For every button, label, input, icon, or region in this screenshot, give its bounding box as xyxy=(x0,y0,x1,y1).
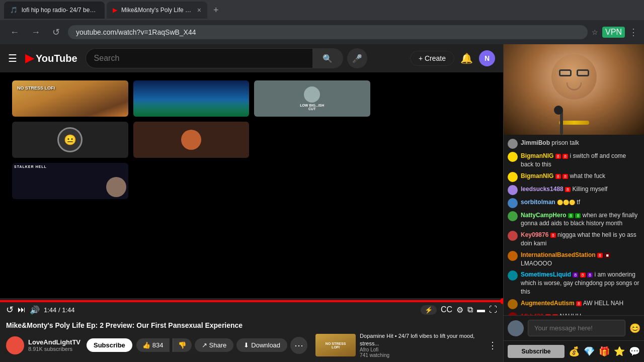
time-display: 1:44 / 1:44 xyxy=(44,306,74,314)
user-avatar-small xyxy=(508,320,524,336)
tab-lofi[interactable]: 🎵 lofi hip hop radio- 24/7 beats t... xyxy=(4,2,105,19)
menu-button[interactable]: ⋮ xyxy=(629,27,638,38)
chat-username: BigmanNIG xyxy=(521,152,553,159)
search-input[interactable] xyxy=(86,48,312,68)
thumbnail-lofi-rain[interactable] xyxy=(133,80,250,117)
chat-username: AugmentedAutism xyxy=(521,300,575,307)
chat-message: BigmanNIG 8 8 i switch off and come back… xyxy=(508,152,640,169)
fullscreen-button[interactable]: ⛶ xyxy=(489,305,497,314)
badge: 8 xyxy=(580,273,586,278)
create-button[interactable]: + Create xyxy=(410,51,454,66)
close-icon[interactable]: × xyxy=(197,6,201,14)
chat-text: prison talk xyxy=(551,139,579,146)
share-icon: ↗ xyxy=(202,341,207,349)
chat-message: leedsucks1488 8 Killing myself xyxy=(508,185,640,195)
youtube-logo-icon: ▶ xyxy=(25,52,34,65)
chat-text: LMAOOOO xyxy=(521,260,552,267)
settings-button[interactable]: ⚙ xyxy=(456,305,463,315)
chat-username: BigmanNIG xyxy=(521,172,553,179)
tab-active[interactable]: ▶ Mike&Monty's Poly Life Ep: 2 f... × xyxy=(107,2,207,19)
progress-bar-container[interactable] xyxy=(0,298,503,302)
thumb-label-nostress: NO STRESS LOFI xyxy=(15,83,57,93)
autoplay-toggle[interactable]: ⚡ xyxy=(421,305,437,315)
like-button[interactable]: 👍 834 xyxy=(136,338,170,352)
search-button[interactable]: 🔍 xyxy=(312,48,343,68)
subscriber-count: 8.91K subscribers xyxy=(28,346,80,352)
forward-button[interactable]: → xyxy=(27,25,44,40)
badge: 8 xyxy=(587,273,593,278)
rec-thumbnail: NO STRESSLOFI xyxy=(315,334,356,356)
chat-message: Key09876 8 niggga what the hell is yo as… xyxy=(508,231,640,248)
badge: 8 xyxy=(568,213,574,218)
tab-bar: 🎵 lofi hip hop radio- 24/7 beats t... ▶ … xyxy=(0,0,644,20)
badge: 8 xyxy=(565,187,571,192)
gift-icon-button[interactable]: 🎁 xyxy=(599,346,610,357)
channel-name: LoveAndLightTV xyxy=(28,338,80,346)
search-bar: 🔍 🎤 xyxy=(86,48,367,68)
video-title: Mike&Monty's Poly Life Ep: 2 Preview: Ou… xyxy=(6,321,497,329)
bookmark-button[interactable]: ☆ xyxy=(592,28,598,36)
chat-text: what the fuck xyxy=(570,172,605,179)
miniplayer-button[interactable]: ⧉ xyxy=(467,305,473,314)
chat-subscribe-button[interactable]: Subscribe xyxy=(508,345,565,358)
skip-button[interactable]: ⏭ xyxy=(18,305,26,314)
rec-more-button[interactable]: ⋮ xyxy=(488,340,497,351)
thumbnail-redhead[interactable] xyxy=(133,122,250,158)
chat-message: NattyCampHero 8 8 when are they finally … xyxy=(508,211,640,228)
chat-icon-button[interactable]: 💬 xyxy=(629,346,640,357)
download-icon: ⬇ xyxy=(244,341,249,349)
thumbnail-cartoon[interactable]: 😐 xyxy=(12,122,128,158)
subscribe-button[interactable]: Subscribe xyxy=(87,338,132,352)
chat-message: JimmiBob prison talk xyxy=(508,139,640,149)
chat-input[interactable] xyxy=(528,320,625,336)
youtube-logo-text: YouTube xyxy=(36,53,77,64)
thumbnail-stalker[interactable]: STALKER HELL xyxy=(12,163,128,199)
share-label: Share xyxy=(209,341,227,349)
channel-info: LoveAndLightTV 8.91K subscribers xyxy=(28,338,80,352)
streamer-face xyxy=(504,44,644,135)
rec-viewers: 741 watching xyxy=(360,352,484,358)
chat-message: InternationalBasedStation 8 ■ LMAOOOO xyxy=(508,251,640,268)
volume-button[interactable]: 🔊 xyxy=(30,305,40,315)
badge: 8 xyxy=(550,233,556,238)
captions-button[interactable]: CC xyxy=(441,305,452,314)
chat-avatar xyxy=(508,211,518,221)
refresh-button[interactable]: ↺ xyxy=(48,25,64,40)
chat-message: AugmentedAutism 8 AW HELL NAH xyxy=(508,299,640,309)
address-bar[interactable] xyxy=(68,25,588,39)
like-count: 834 xyxy=(152,341,164,349)
star-icon-button[interactable]: ⭐ xyxy=(614,346,625,357)
new-tab-button[interactable]: + xyxy=(209,4,223,17)
download-label: Download xyxy=(251,341,280,349)
dislike-button[interactable]: 👎 xyxy=(173,338,192,352)
tab-label-active: Mike&Monty's Poly Life Ep: 2 f... xyxy=(121,7,193,14)
chat-message: sorbitolman 🟡🟡🟡 tf xyxy=(508,198,640,208)
thumbnail-nostress[interactable]: NO STRESS LOFI xyxy=(12,80,128,117)
emoji-button[interactable]: 😊 xyxy=(629,323,640,334)
download-button[interactable]: ⬇ Download xyxy=(236,338,287,352)
more-options-button[interactable]: ⋯ xyxy=(290,337,307,354)
main-layout: ☰ ▶ YouTube 🔍 🎤 + Create 🔔 N xyxy=(0,44,644,362)
extensions-button[interactable]: VPN xyxy=(602,27,625,38)
streamer-cam xyxy=(504,44,644,135)
notifications-button[interactable]: 🔔 xyxy=(460,52,473,64)
badge: 8 xyxy=(562,174,568,179)
like-icon: 👍 xyxy=(142,341,150,349)
nav-actions: ☆ VPN ⋮ xyxy=(592,27,638,38)
theater-button[interactable]: ▬ xyxy=(477,305,485,314)
chat-text: tf xyxy=(577,199,580,206)
badge: 8 xyxy=(597,253,603,258)
chat-username: leedsucks1488 xyxy=(521,186,564,193)
coin-icon-button[interactable]: 💰 xyxy=(569,346,580,357)
diamond-icon-button[interactable]: 💎 xyxy=(584,346,595,357)
avatar[interactable]: N xyxy=(479,50,495,66)
mic-button[interactable]: 🎤 xyxy=(347,48,367,68)
back-button[interactable]: ← xyxy=(6,25,23,40)
share-button[interactable]: ↗ Share xyxy=(195,338,234,352)
stream-sidebar: JimmiBob prison talk BigmanNIG 8 8 i swi… xyxy=(503,44,644,362)
chat-avatar xyxy=(508,270,518,281)
replay-button[interactable]: ↺ xyxy=(6,304,14,315)
thumbnail-guy-cut[interactable]: LOW BIG...ISHCUT xyxy=(254,80,370,117)
chat-avatar xyxy=(508,172,518,182)
hamburger-menu-button[interactable]: ☰ xyxy=(8,52,17,64)
